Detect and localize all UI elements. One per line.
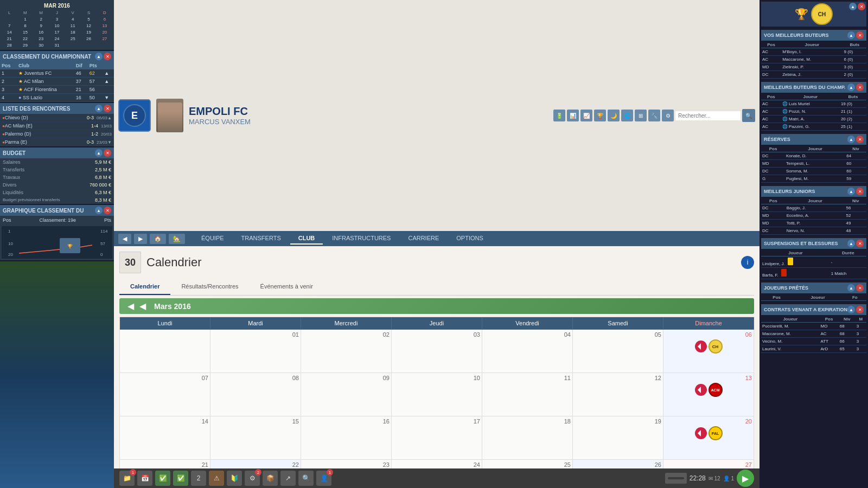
grid-icon[interactable]: ⊞ [635,110,647,121]
championship-close-btn[interactable]: ✕ [104,53,111,60]
table-row[interactable]: MDTempesti, L.60 [761,160,866,168]
table-row[interactable]: AC🌐 Pozzi, N.21 (1) [761,108,866,115]
cal-day-09[interactable]: 09 [301,373,392,416]
contracts-close-btn[interactable]: ✕ [856,306,864,313]
table-row[interactable]: AC🌐 Luis Muriel19 (0) [761,100,866,108]
back-button[interactable]: ◀ [118,234,131,244]
reserves-btn-blue[interactable]: ▲ [847,136,855,143]
search-button[interactable]: 🔍 [742,109,755,122]
featured-close-btn[interactable]: ✕ [858,3,865,10]
table-row[interactable]: Laurini, V.ArD653 [761,345,866,353]
tab-infrastructures[interactable]: INFRASTRUCTURES [324,233,399,245]
cal-day-04[interactable]: 04 [482,330,573,373]
search-input[interactable] [675,111,741,120]
cal-day-20[interactable]: 20 PAL [663,416,754,460]
champ-scorers-btn-blue[interactable]: ▲ [847,84,855,91]
cal-day-16[interactable]: 16 [301,416,392,460]
cal-day-26[interactable]: 26 LAZ [573,460,663,468]
status-gear-icon[interactable]: ⚙2 [245,471,260,486]
budget-btn-blue[interactable]: ▲ [95,149,103,157]
tab-equipe[interactable]: ÉQUIPE [193,233,232,245]
tab-evenements[interactable]: Événements à venir [250,279,324,295]
table-row[interactable]: AC🌐 Matri, A.20 (2) [761,115,866,123]
chart-icon[interactable]: 📈 [580,110,592,121]
status-volume[interactable] [665,473,687,484]
table-row[interactable]: GPugliesi, M.59 [761,175,866,183]
scorers-btn-blue[interactable]: ▲ [847,31,855,39]
status-box-icon[interactable]: 📦 [263,471,278,486]
table-row[interactable]: 2★ AC Milan3757▲ [0,78,114,86]
table-row[interactable]: ACMaccarone, M.6 (0) [761,56,866,63]
cal-day-27[interactable]: 27 [663,460,754,468]
globe-icon[interactable]: 🌐 [621,110,633,121]
table-row[interactable]: DCNervo, N.48 [761,227,866,235]
contracts-btn-blue[interactable]: ▲ [847,306,855,313]
tab-carriere[interactable]: CARRIERE [400,233,447,245]
house-button[interactable]: 🏡 [169,234,185,244]
table-row[interactable]: Barfa, F. 1 Match [761,268,866,279]
status-cone-icon[interactable]: 🔰 [227,471,242,486]
trophy-icon[interactable]: 🏆 [594,110,606,121]
table-row[interactable]: ACM'Boyo, I.9 (0) [761,48,866,56]
table-row[interactable]: 1★ Juventus FC4662▲ [0,69,114,78]
suspensions-close-btn[interactable]: ✕ [856,240,864,247]
table-row[interactable]: Maccarone, M.AC683 [761,330,866,338]
tab-options[interactable]: OPTIONS [448,233,492,245]
tab-resultats[interactable]: Résultats/Rencontres [170,279,249,295]
prev-month-btn2[interactable]: ◀ [137,301,149,311]
budget-close-btn[interactable]: ✕ [104,149,111,157]
cal-day-06[interactable]: 06 CH [663,330,754,373]
encounter-row[interactable]: ● Palermo (D) 1-2 20/03 [0,130,114,138]
status-folder-icon[interactable]: 📁1 [119,471,135,486]
cal-day-23[interactable]: 23 [301,460,392,468]
suspensions-btn-blue[interactable]: ▲ [847,240,855,247]
cal-day-22[interactable]: 22 PAR [210,460,301,468]
cal-day-03[interactable]: 03 [392,330,482,373]
scorers-close-btn[interactable]: ✕ [856,31,864,39]
table-row[interactable]: DCZebina, J.2 (0) [761,71,866,79]
cal-day-02[interactable]: 02 [301,330,392,373]
table-row[interactable]: MDZielinski, P.3 (0) [761,63,866,71]
loans-close-btn[interactable]: ✕ [856,284,864,292]
cal-day-08[interactable]: 08 [210,373,301,416]
cal-day-18[interactable]: 18 [482,416,573,460]
table-row[interactable]: Lindpere, J. - [761,256,866,268]
graph-btn-blue[interactable]: ▲ [95,207,103,214]
table-row[interactable]: MDTotti, P.49 [761,220,866,227]
tab-transferts[interactable]: TRANSFERTS [233,233,289,245]
table-row[interactable]: 3★ ACF Fiorentina2156 [0,86,114,94]
home-active-button[interactable]: 🏠 [150,234,166,244]
settings-icon[interactable]: ⚙ [662,110,674,121]
cal-day-05[interactable]: 05 [573,330,663,373]
juniors-btn-blue[interactable]: ▲ [847,188,855,195]
cal-day-13[interactable]: 13 ACM [663,373,754,416]
cal-day-17[interactable]: 17 [392,416,482,460]
cal-day-19[interactable]: 19 [573,416,663,460]
status-num-icon[interactable]: 2 [191,471,206,486]
encounters-btn-blue[interactable]: ▲ [95,105,103,112]
cal-day-11[interactable]: 11 [482,373,573,416]
prev-month-button[interactable]: ◀ [125,301,137,311]
table-row[interactable]: DCKonate, D.64 [761,152,866,160]
juniors-close-btn[interactable]: ✕ [856,188,864,195]
forward-button[interactable]: ▶ [134,234,147,244]
featured-btn-blue[interactable]: ▲ [849,3,857,10]
table-row[interactable]: DCSomma, M.60 [761,168,866,175]
status-check-icon[interactable]: ✅ [155,471,170,486]
cal-day-01[interactable]: 01 [210,330,301,373]
advance-button[interactable]: ▶ [737,470,754,487]
cal-day-empty[interactable] [120,330,210,373]
tools-icon[interactable]: 🔧 [648,110,660,121]
status-arrow-icon[interactable]: ↗ [280,471,296,486]
table-row[interactable]: 4● SS Lazio1650▼ [0,94,114,102]
cal-day-14[interactable]: 14 [120,416,210,460]
table-row[interactable]: DCBaggio, J.56 [761,204,866,212]
status-search-icon[interactable]: 🔍 [298,471,314,486]
graph-close-btn[interactable]: ✕ [104,207,111,214]
tab-club[interactable]: CLUB [290,233,323,245]
cal-day-21[interactable]: 21 [120,460,210,468]
cal-day-10[interactable]: 10 [392,373,482,416]
cal-day-15[interactable]: 15 [210,416,301,460]
table-row[interactable]: Pucciarelli, M.MO683 [761,323,866,330]
encounter-row[interactable]: ● Parma (E) 0-3 23/03 ▼ [0,138,114,146]
